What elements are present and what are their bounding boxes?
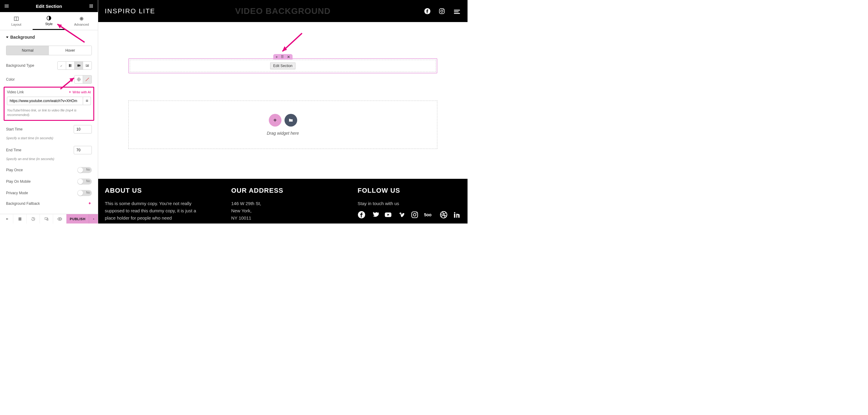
- edit-section-tooltip: Edit Section: [270, 63, 295, 69]
- start-time-label: Start Time: [6, 127, 23, 131]
- canvas-body: + ⠿ ✕ + Edit Section + Drag widget here: [98, 22, 467, 149]
- color-picker-btn[interactable]: [83, 75, 92, 83]
- site-header: INSPIRO LITE VIDEO BACKGROUND: [98, 0, 467, 22]
- site-logo[interactable]: INSPIRO LITE: [105, 7, 155, 15]
- preview-icon[interactable]: [53, 214, 66, 224]
- publish-options-btn[interactable]: [89, 214, 98, 224]
- drag-section-icon[interactable]: ⠿: [281, 55, 284, 59]
- delete-section-icon[interactable]: ✕: [287, 55, 290, 59]
- footer-facebook-icon[interactable]: [358, 211, 366, 219]
- add-section-icon[interactable]: +: [275, 55, 278, 59]
- play-mobile-row: Play On Mobile No: [6, 179, 92, 185]
- footer-about: ABOUT US This is some dummy copy. You're…: [105, 187, 207, 224]
- drop-text: Drag widget here: [267, 131, 299, 136]
- state-tabs: Normal Hover: [6, 45, 92, 55]
- video-link-input[interactable]: [7, 97, 83, 105]
- state-tab-hover[interactable]: Hover: [49, 46, 92, 55]
- fallback-row: Background Fallback: [6, 201, 92, 206]
- footer-twitter-icon[interactable]: [371, 211, 379, 219]
- privacy-row: Privacy Mode No: [6, 190, 92, 196]
- footer-address: OUR ADDRESS 146 W 29th St, New York, NY …: [231, 187, 334, 224]
- widget-drop-zone[interactable]: + Drag widget here: [128, 101, 437, 149]
- about-text: This is some dummy copy. You're not real…: [105, 200, 207, 222]
- play-mobile-label: Play On Mobile: [6, 180, 31, 184]
- video-link-label: Video Link: [7, 90, 24, 94]
- start-time-row: Start Time: [6, 125, 92, 133]
- fallback-label: Background Fallback: [6, 201, 40, 206]
- tab-advanced-label: Advanced: [74, 23, 89, 26]
- svg-line-7: [86, 78, 89, 81]
- caret-down-icon: [6, 36, 8, 38]
- bg-type-gradient[interactable]: [66, 62, 74, 69]
- menu-toggle-icon[interactable]: [453, 8, 461, 14]
- publish-button[interactable]: PUBLISH: [66, 214, 89, 224]
- svg-point-19: [413, 214, 416, 216]
- sparkle-icon: [88, 201, 92, 206]
- tab-advanced[interactable]: Advanced: [65, 12, 98, 30]
- about-title: ABOUT US: [105, 187, 207, 194]
- tab-layout[interactable]: Layout: [0, 12, 33, 30]
- play-once-row: Play Once No: [6, 167, 92, 173]
- footer-500px-icon[interactable]: 5oo: [424, 211, 434, 219]
- add-widget-button[interactable]: +: [269, 114, 281, 127]
- responsive-icon[interactable]: [40, 214, 53, 224]
- color-row: Color: [6, 75, 92, 84]
- menu-icon[interactable]: [3, 2, 10, 10]
- section-handle: + ⠿ ✕: [273, 54, 293, 60]
- start-time-input[interactable]: [74, 125, 92, 133]
- footer-youtube-icon[interactable]: [384, 211, 392, 219]
- dynamic-tag-btn[interactable]: [83, 97, 91, 105]
- global-color-btn[interactable]: [74, 75, 83, 83]
- panel-body: Background Normal Hover Background Type …: [0, 30, 98, 214]
- tab-style[interactable]: Style: [33, 12, 65, 30]
- footer-follow: FOLLOW US Stay in touch with us 5oo: [358, 187, 461, 224]
- navigator-icon[interactable]: [13, 214, 27, 224]
- elementor-sidebar: Edit Section Layout Style Advanced Backg…: [0, 0, 98, 224]
- end-time-input[interactable]: [74, 146, 92, 154]
- bg-type-slideshow[interactable]: [83, 62, 92, 69]
- follow-text: Stay in touch with us: [358, 200, 461, 207]
- privacy-toggle[interactable]: No: [77, 190, 92, 196]
- instagram-icon[interactable]: [438, 8, 445, 14]
- footer-dribbble-icon[interactable]: [440, 211, 447, 219]
- bg-type-video[interactable]: [74, 62, 83, 69]
- header-social: [424, 8, 461, 14]
- bg-type-classic[interactable]: [58, 62, 66, 69]
- svg-point-21: [440, 212, 447, 218]
- state-tab-normal[interactable]: Normal: [6, 46, 49, 55]
- svg-rect-4: [69, 64, 71, 67]
- play-mobile-toggle[interactable]: No: [77, 179, 92, 185]
- footer-linkedin-icon[interactable]: [453, 211, 461, 219]
- bg-type-group: [57, 61, 92, 70]
- page-title: VIDEO BACKGROUND: [235, 6, 331, 16]
- settings-icon[interactable]: [0, 214, 13, 224]
- tab-style-label: Style: [45, 22, 53, 26]
- section-inner[interactable]: + Edit Section: [130, 60, 436, 72]
- history-icon[interactable]: [27, 214, 40, 224]
- widgets-grid-icon[interactable]: [88, 2, 95, 10]
- editor-canvas: INSPIRO LITE VIDEO BACKGROUND + ⠿ ✕ + Ed…: [98, 0, 467, 224]
- address-text: 146 W 29th St, New York, NY 10011: [231, 200, 334, 222]
- template-library-button[interactable]: [284, 114, 297, 127]
- footer-instagram-icon[interactable]: [411, 211, 418, 219]
- sidebar-title: Edit Section: [10, 4, 88, 9]
- follow-title: FOLLOW US: [358, 187, 461, 194]
- site-footer: ABOUT US This is some dummy copy. You're…: [98, 179, 467, 224]
- bg-type-label: Background Type: [6, 63, 34, 68]
- video-link-help: YouTube/Vimeo link, or link to video fil…: [7, 108, 91, 118]
- tab-layout-label: Layout: [11, 23, 21, 26]
- selected-section[interactable]: + ⠿ ✕ + Edit Section: [128, 58, 437, 73]
- svg-point-14: [441, 10, 443, 12]
- panel-tabs: Layout Style Advanced: [0, 12, 98, 30]
- sidebar-header: Edit Section: [0, 0, 98, 12]
- play-once-toggle[interactable]: No: [77, 167, 92, 173]
- privacy-label: Privacy Mode: [6, 191, 28, 195]
- svg-point-20: [416, 213, 417, 214]
- color-label: Color: [6, 77, 15, 82]
- background-section-header[interactable]: Background: [6, 35, 92, 39]
- background-type-row: Background Type: [6, 61, 92, 70]
- sidebar-footer: PUBLISH: [0, 214, 98, 224]
- footer-vimeo-icon[interactable]: [398, 211, 405, 219]
- facebook-icon[interactable]: [424, 8, 431, 14]
- write-with-ai-btn[interactable]: Write with AI: [68, 90, 91, 94]
